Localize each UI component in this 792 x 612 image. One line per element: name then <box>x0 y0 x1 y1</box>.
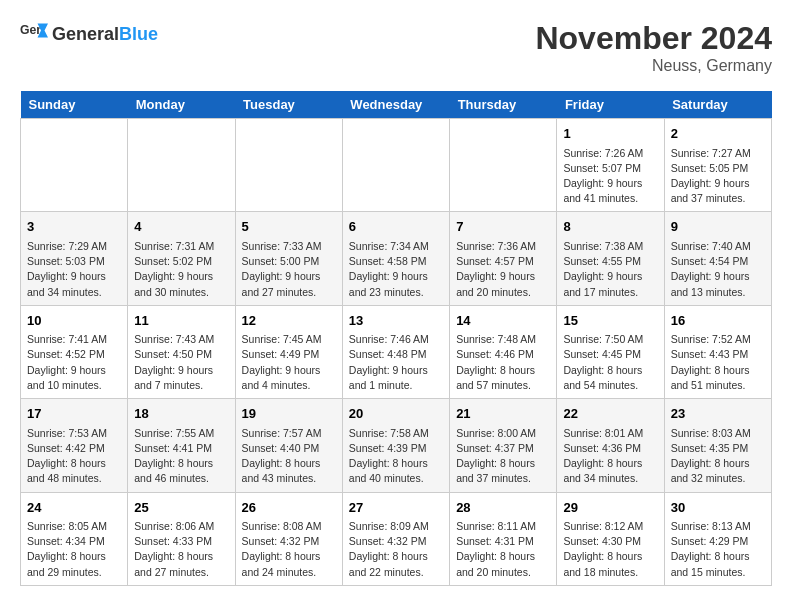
day-number: 13 <box>349 311 443 331</box>
day-number: 8 <box>563 217 657 237</box>
logo-icon: Gen <box>20 20 48 48</box>
week-row-4: 17Sunrise: 7:53 AM Sunset: 4:42 PM Dayli… <box>21 399 772 492</box>
day-info: Sunrise: 8:13 AM Sunset: 4:29 PM Dayligh… <box>671 519 765 580</box>
day-number: 7 <box>456 217 550 237</box>
day-number: 28 <box>456 498 550 518</box>
day-cell-1: 1Sunrise: 7:26 AM Sunset: 5:07 PM Daylig… <box>557 119 664 212</box>
day-info: Sunrise: 7:57 AM Sunset: 4:40 PM Dayligh… <box>242 426 336 487</box>
weekday-header-tuesday: Tuesday <box>235 91 342 119</box>
empty-cell <box>21 119 128 212</box>
day-cell-3: 3Sunrise: 7:29 AM Sunset: 5:03 PM Daylig… <box>21 212 128 305</box>
day-number: 3 <box>27 217 121 237</box>
week-row-2: 3Sunrise: 7:29 AM Sunset: 5:03 PM Daylig… <box>21 212 772 305</box>
day-info: Sunrise: 7:58 AM Sunset: 4:39 PM Dayligh… <box>349 426 443 487</box>
day-cell-30: 30Sunrise: 8:13 AM Sunset: 4:29 PM Dayli… <box>664 492 771 585</box>
day-info: Sunrise: 8:11 AM Sunset: 4:31 PM Dayligh… <box>456 519 550 580</box>
weekday-header-saturday: Saturday <box>664 91 771 119</box>
day-number: 1 <box>563 124 657 144</box>
day-info: Sunrise: 7:38 AM Sunset: 4:55 PM Dayligh… <box>563 239 657 300</box>
day-info: Sunrise: 7:48 AM Sunset: 4:46 PM Dayligh… <box>456 332 550 393</box>
day-cell-7: 7Sunrise: 7:36 AM Sunset: 4:57 PM Daylig… <box>450 212 557 305</box>
day-info: Sunrise: 7:41 AM Sunset: 4:52 PM Dayligh… <box>27 332 121 393</box>
day-number: 23 <box>671 404 765 424</box>
day-number: 16 <box>671 311 765 331</box>
day-cell-16: 16Sunrise: 7:52 AM Sunset: 4:43 PM Dayli… <box>664 305 771 398</box>
day-info: Sunrise: 7:52 AM Sunset: 4:43 PM Dayligh… <box>671 332 765 393</box>
day-cell-5: 5Sunrise: 7:33 AM Sunset: 5:00 PM Daylig… <box>235 212 342 305</box>
day-number: 4 <box>134 217 228 237</box>
logo: Gen GeneralBlue <box>20 20 158 48</box>
day-info: Sunrise: 7:40 AM Sunset: 4:54 PM Dayligh… <box>671 239 765 300</box>
day-info: Sunrise: 7:33 AM Sunset: 5:00 PM Dayligh… <box>242 239 336 300</box>
weekday-header-friday: Friday <box>557 91 664 119</box>
day-info: Sunrise: 8:08 AM Sunset: 4:32 PM Dayligh… <box>242 519 336 580</box>
page-header: Gen GeneralBlue November 2024 Neuss, Ger… <box>20 20 772 75</box>
day-cell-14: 14Sunrise: 7:48 AM Sunset: 4:46 PM Dayli… <box>450 305 557 398</box>
day-number: 22 <box>563 404 657 424</box>
day-number: 6 <box>349 217 443 237</box>
day-info: Sunrise: 7:50 AM Sunset: 4:45 PM Dayligh… <box>563 332 657 393</box>
day-info: Sunrise: 8:09 AM Sunset: 4:32 PM Dayligh… <box>349 519 443 580</box>
month-year-title: November 2024 <box>535 20 772 57</box>
day-cell-10: 10Sunrise: 7:41 AM Sunset: 4:52 PM Dayli… <box>21 305 128 398</box>
day-cell-11: 11Sunrise: 7:43 AM Sunset: 4:50 PM Dayli… <box>128 305 235 398</box>
title-section: November 2024 Neuss, Germany <box>535 20 772 75</box>
day-cell-26: 26Sunrise: 8:08 AM Sunset: 4:32 PM Dayli… <box>235 492 342 585</box>
day-number: 29 <box>563 498 657 518</box>
day-info: Sunrise: 7:53 AM Sunset: 4:42 PM Dayligh… <box>27 426 121 487</box>
day-info: Sunrise: 7:27 AM Sunset: 5:05 PM Dayligh… <box>671 146 765 207</box>
day-cell-17: 17Sunrise: 7:53 AM Sunset: 4:42 PM Dayli… <box>21 399 128 492</box>
day-number: 26 <box>242 498 336 518</box>
logo-text-blue: Blue <box>119 24 158 44</box>
day-info: Sunrise: 8:03 AM Sunset: 4:35 PM Dayligh… <box>671 426 765 487</box>
weekday-header-row: SundayMondayTuesdayWednesdayThursdayFrid… <box>21 91 772 119</box>
day-cell-22: 22Sunrise: 8:01 AM Sunset: 4:36 PM Dayli… <box>557 399 664 492</box>
day-number: 21 <box>456 404 550 424</box>
day-number: 24 <box>27 498 121 518</box>
empty-cell <box>342 119 449 212</box>
day-number: 17 <box>27 404 121 424</box>
day-info: Sunrise: 8:00 AM Sunset: 4:37 PM Dayligh… <box>456 426 550 487</box>
day-number: 19 <box>242 404 336 424</box>
empty-cell <box>450 119 557 212</box>
day-cell-25: 25Sunrise: 8:06 AM Sunset: 4:33 PM Dayli… <box>128 492 235 585</box>
day-cell-28: 28Sunrise: 8:11 AM Sunset: 4:31 PM Dayli… <box>450 492 557 585</box>
weekday-header-wednesday: Wednesday <box>342 91 449 119</box>
day-info: Sunrise: 8:05 AM Sunset: 4:34 PM Dayligh… <box>27 519 121 580</box>
day-cell-21: 21Sunrise: 8:00 AM Sunset: 4:37 PM Dayli… <box>450 399 557 492</box>
day-cell-6: 6Sunrise: 7:34 AM Sunset: 4:58 PM Daylig… <box>342 212 449 305</box>
day-number: 12 <box>242 311 336 331</box>
day-info: Sunrise: 8:01 AM Sunset: 4:36 PM Dayligh… <box>563 426 657 487</box>
day-number: 2 <box>671 124 765 144</box>
day-info: Sunrise: 7:55 AM Sunset: 4:41 PM Dayligh… <box>134 426 228 487</box>
week-row-5: 24Sunrise: 8:05 AM Sunset: 4:34 PM Dayli… <box>21 492 772 585</box>
day-cell-12: 12Sunrise: 7:45 AM Sunset: 4:49 PM Dayli… <box>235 305 342 398</box>
day-info: Sunrise: 7:43 AM Sunset: 4:50 PM Dayligh… <box>134 332 228 393</box>
day-cell-24: 24Sunrise: 8:05 AM Sunset: 4:34 PM Dayli… <box>21 492 128 585</box>
day-info: Sunrise: 7:36 AM Sunset: 4:57 PM Dayligh… <box>456 239 550 300</box>
day-cell-27: 27Sunrise: 8:09 AM Sunset: 4:32 PM Dayli… <box>342 492 449 585</box>
day-number: 11 <box>134 311 228 331</box>
day-cell-29: 29Sunrise: 8:12 AM Sunset: 4:30 PM Dayli… <box>557 492 664 585</box>
empty-cell <box>235 119 342 212</box>
day-cell-13: 13Sunrise: 7:46 AM Sunset: 4:48 PM Dayli… <box>342 305 449 398</box>
day-info: Sunrise: 7:34 AM Sunset: 4:58 PM Dayligh… <box>349 239 443 300</box>
day-cell-20: 20Sunrise: 7:58 AM Sunset: 4:39 PM Dayli… <box>342 399 449 492</box>
day-number: 9 <box>671 217 765 237</box>
empty-cell <box>128 119 235 212</box>
day-number: 14 <box>456 311 550 331</box>
logo-text-general: General <box>52 24 119 44</box>
day-info: Sunrise: 8:06 AM Sunset: 4:33 PM Dayligh… <box>134 519 228 580</box>
day-info: Sunrise: 7:45 AM Sunset: 4:49 PM Dayligh… <box>242 332 336 393</box>
day-number: 5 <box>242 217 336 237</box>
day-info: Sunrise: 7:31 AM Sunset: 5:02 PM Dayligh… <box>134 239 228 300</box>
day-cell-18: 18Sunrise: 7:55 AM Sunset: 4:41 PM Dayli… <box>128 399 235 492</box>
day-number: 15 <box>563 311 657 331</box>
location-subtitle: Neuss, Germany <box>535 57 772 75</box>
week-row-3: 10Sunrise: 7:41 AM Sunset: 4:52 PM Dayli… <box>21 305 772 398</box>
week-row-1: 1Sunrise: 7:26 AM Sunset: 5:07 PM Daylig… <box>21 119 772 212</box>
day-cell-15: 15Sunrise: 7:50 AM Sunset: 4:45 PM Dayli… <box>557 305 664 398</box>
day-number: 30 <box>671 498 765 518</box>
day-info: Sunrise: 7:46 AM Sunset: 4:48 PM Dayligh… <box>349 332 443 393</box>
day-number: 18 <box>134 404 228 424</box>
